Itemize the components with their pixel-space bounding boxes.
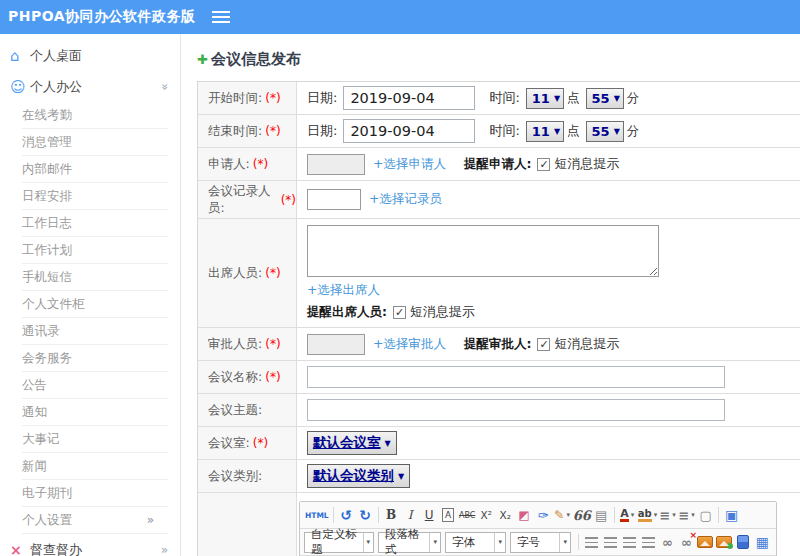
meeting-category-select[interactable]: 默认会议类别 ▼ [307, 464, 410, 488]
recorder-input[interactable] [307, 189, 361, 210]
clear-style-icon[interactable]: ✑ [534, 505, 553, 525]
required-mark: (*) [265, 266, 280, 280]
sidebar-item-memorabilia[interactable]: 大事记 [22, 426, 168, 453]
sidebar-item-desktop[interactable]: ⌂ 个人桌面 [0, 40, 180, 71]
approver-input[interactable] [307, 334, 365, 355]
align-justify-icon[interactable] [639, 532, 658, 552]
insert-media-icon[interactable] [734, 532, 753, 552]
border-text-button[interactable]: A [442, 508, 454, 522]
end-minute-select[interactable]: 55 ▼ [586, 121, 624, 142]
choose-applicant-link[interactable]: +选择申请人 [373, 156, 446, 173]
dropdown-arrow-icon: ▼ [398, 472, 404, 481]
meeting-room-select[interactable]: 默认会议室 ▼ [307, 431, 397, 455]
sidebar-item-label: 个人办公 [30, 78, 161, 96]
sidebar-item-filecabinet[interactable]: 个人文件柜 [22, 291, 168, 318]
end-hour-select[interactable]: 11 ▼ [526, 121, 564, 142]
sidebar-item-office[interactable]: ☺ 个人办公 » [0, 71, 180, 102]
dropdown-arrow-icon: ▾ [672, 511, 676, 519]
ordered-list-button[interactable]: ≡▾ [658, 505, 677, 525]
sidebar-item-label: 督查督办 [30, 541, 161, 556]
choose-recorder-link[interactable]: +选择记录员 [369, 191, 442, 208]
format-painter-button[interactable]: ✎▾ [553, 505, 572, 525]
sidebar-item-contacts[interactable]: 通讯录 [22, 318, 168, 345]
row-meeting-room: 会议室: (*) 默认会议室 ▼ [198, 427, 800, 460]
top-bar: PHPOA协同办公软件政务版 [0, 0, 800, 34]
undo-icon[interactable]: ↺ [337, 505, 356, 525]
sidebar-item-notice[interactable]: 通知 [22, 399, 168, 426]
font-size-select[interactable]: 字号▾ [510, 532, 571, 553]
paragraph-format-select[interactable]: 段落格式▾ [378, 532, 441, 553]
sidebar: ⌂ 个人桌面 ☺ 个人办公 » 在线考勤 消息管理 内部邮件 日程安排 工作日志… [0, 34, 181, 556]
subscript-button[interactable]: X₂ [496, 505, 515, 525]
end-date-input[interactable] [343, 119, 475, 143]
sidebar-item-workplan[interactable]: 工作计划 [22, 237, 168, 264]
sidebar-item-attendance[interactable]: 在线考勤 [22, 102, 168, 129]
meeting-room-label: 会议室: [208, 435, 250, 452]
sidebar-item-mail[interactable]: 内部邮件 [22, 156, 168, 183]
upload-image-icon[interactable] [715, 532, 734, 552]
highlight-color-button[interactable]: ab▾ [637, 505, 658, 525]
italic-button[interactable]: I [401, 505, 420, 525]
insert-image-icon[interactable] [696, 532, 715, 552]
font-family-select[interactable]: 字体▾ [445, 532, 506, 553]
choose-approver-link[interactable]: +选择审批人 [373, 336, 446, 353]
new-page-icon[interactable]: ▢ [696, 505, 715, 525]
required-mark: (*) [265, 91, 280, 105]
menu-icon[interactable] [212, 11, 230, 23]
start-hour-select[interactable]: 11 ▼ [526, 88, 564, 109]
attendees-sms-checkbox[interactable]: ✓ [393, 306, 406, 319]
sidebar-item-worklog[interactable]: 工作日志 [22, 210, 168, 237]
sms-label: 短消息提示 [410, 303, 475, 321]
dropdown-arrow-icon: ▾ [494, 533, 502, 552]
blockquote-button[interactable]: 66 [572, 505, 592, 525]
meeting-topic-input[interactable] [307, 399, 725, 421]
attendees-textarea[interactable] [307, 225, 659, 277]
start-date-input[interactable] [343, 86, 475, 110]
html-source-button[interactable]: HTML [304, 505, 330, 525]
link-icon[interactable]: ∞ [658, 532, 677, 552]
strikethrough-button[interactable]: ABC [458, 505, 477, 525]
unordered-list-button[interactable]: ≡▾ [677, 505, 696, 525]
align-right-icon[interactable] [620, 532, 639, 552]
sidebar-item-supervise[interactable]: × 督查督办 » [0, 534, 180, 556]
add-icon: ✚ [197, 52, 208, 67]
meeting-name-input[interactable] [307, 366, 725, 388]
paste-icon[interactable]: ▤ [592, 505, 611, 525]
sidebar-item-sms[interactable]: 手机短信 [22, 264, 168, 291]
chevron-double-down-icon: » [157, 83, 171, 90]
required-mark: (*) [265, 124, 280, 138]
insert-table-icon[interactable]: ▦ [753, 532, 772, 552]
dropdown-arrow-icon: ▾ [566, 511, 570, 519]
sidebar-item-ejournal[interactable]: 电子期刊 [22, 480, 168, 507]
font-color-button[interactable]: A▾ [618, 505, 637, 525]
remove-format-icon[interactable]: ◩ [515, 505, 534, 525]
unlink-icon[interactable]: ∞× [677, 532, 696, 552]
applicant-input[interactable] [307, 154, 365, 175]
align-left-icon[interactable] [582, 532, 601, 552]
custom-title-select[interactable]: 自定义标题▾ [304, 532, 374, 553]
minute-suffix: 分 [627, 123, 640, 140]
sms-label: 短消息提示 [554, 335, 619, 353]
sidebar-item-messages[interactable]: 消息管理 [22, 129, 168, 156]
underline-button[interactable]: U [420, 505, 439, 525]
bold-button[interactable]: B [382, 505, 401, 525]
row-attendees: 出席人员: (*) +选择出席人 提醒出席人员: ✓ 短消息提示 [198, 219, 800, 328]
redo-icon[interactable]: ↻ [356, 505, 375, 525]
fullscreen-icon[interactable]: ▣ [722, 505, 741, 525]
align-center-icon[interactable] [601, 532, 620, 552]
sidebar-item-news[interactable]: 新闻 [22, 453, 168, 480]
superscript-button[interactable]: X² [477, 505, 496, 525]
start-minute-select[interactable]: 55 ▼ [586, 88, 624, 109]
sidebar-item-announcement[interactable]: 公告 [22, 372, 168, 399]
sidebar-item-settings[interactable]: 个人设置 » [22, 507, 168, 534]
start-time-label: 开始时间: [208, 90, 262, 107]
main-content: ✚ 会议信息发布 开始时间: (*) 日期: 时间: 11 ▼ [181, 34, 800, 556]
row-meeting-topic: 会议主题: [198, 394, 800, 427]
sidebar-item-schedule[interactable]: 日程安排 [22, 183, 168, 210]
approver-sms-checkbox[interactable]: ✓ [537, 338, 550, 351]
sidebar-item-meeting-service[interactable]: 会务服务 [22, 345, 168, 372]
applicant-sms-checkbox[interactable]: ✓ [537, 158, 550, 171]
remind-approver-label: 提醒审批人: [464, 336, 532, 353]
choose-attendees-link[interactable]: +选择出席人 [307, 282, 380, 299]
minute-suffix: 分 [627, 90, 640, 107]
